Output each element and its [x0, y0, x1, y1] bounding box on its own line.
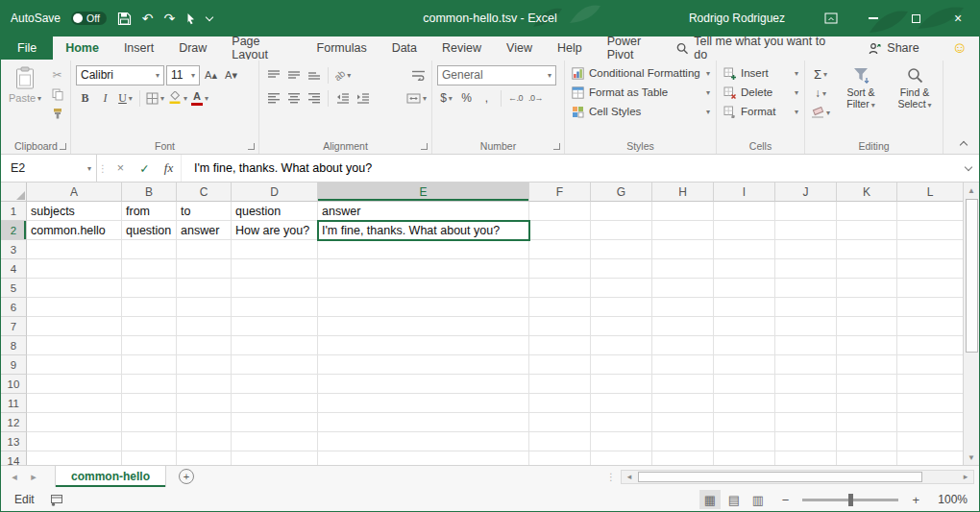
tab-formulas[interactable]: Formulas	[305, 37, 380, 60]
name-box[interactable]: E2 ▾	[1, 155, 97, 182]
cell-B2[interactable]: question	[122, 221, 177, 240]
cell-L10[interactable]	[897, 375, 963, 394]
cell-D6[interactable]	[232, 298, 318, 317]
cell-B3[interactable]	[122, 240, 177, 259]
cell-J6[interactable]	[775, 298, 837, 317]
cell-G1[interactable]	[591, 202, 652, 221]
column-header-E[interactable]: E	[318, 183, 529, 202]
row-header-3[interactable]: 3	[1, 240, 27, 259]
percent-style-button[interactable]: %	[457, 89, 476, 108]
cell-A2[interactable]: common.hello	[27, 221, 122, 240]
cell-C12[interactable]	[177, 413, 232, 432]
cell-I7[interactable]	[714, 317, 775, 336]
cell-J2[interactable]	[775, 221, 837, 240]
cell-G8[interactable]	[591, 336, 652, 355]
next-sheet-button[interactable]: ▸	[24, 466, 43, 487]
cell-E14[interactable]	[318, 451, 529, 465]
cell-L12[interactable]	[897, 413, 963, 432]
row-header-1[interactable]: 1	[1, 202, 27, 221]
conditional-formatting-button[interactable]: Conditional Formatting ▾	[570, 63, 712, 83]
cell-styles-button[interactable]: Cell Styles ▾	[570, 102, 712, 121]
ribbon-display-options-button[interactable]	[810, 0, 852, 37]
record-macro-button[interactable]	[50, 494, 63, 506]
zoom-in-button[interactable]: +	[912, 493, 919, 507]
cell-H8[interactable]	[652, 336, 714, 355]
cell-B4[interactable]	[122, 259, 177, 279]
cell-K1[interactable]	[837, 202, 897, 221]
wrap-text-button[interactable]	[409, 66, 428, 85]
cell-A5[interactable]	[27, 279, 122, 298]
cell-B1[interactable]: from	[122, 202, 177, 221]
cell-K9[interactable]	[837, 355, 897, 375]
cell-K13[interactable]	[837, 432, 897, 451]
cell-J5[interactable]	[775, 279, 837, 298]
cell-L13[interactable]	[897, 432, 963, 451]
cell-K12[interactable]	[837, 413, 897, 432]
vertical-scroll-thumb[interactable]	[966, 199, 978, 353]
cell-E2[interactable]: I'm fine, thanks. What about you?	[318, 221, 529, 240]
column-header-H[interactable]: H	[652, 183, 714, 202]
previous-sheet-button[interactable]: ◂	[5, 466, 24, 487]
cell-A9[interactable]	[27, 355, 122, 375]
copy-button[interactable]	[48, 86, 66, 102]
cell-K11[interactable]	[837, 394, 897, 413]
cell-G2[interactable]	[591, 221, 652, 240]
view-normal-button[interactable]: ▦	[699, 490, 721, 509]
collapse-ribbon-button[interactable]	[957, 137, 970, 149]
cell-C9[interactable]	[177, 355, 232, 375]
cell-G3[interactable]	[591, 240, 652, 259]
cell-I11[interactable]	[714, 394, 775, 413]
cell-E12[interactable]	[318, 413, 529, 432]
cell-D9[interactable]	[232, 355, 318, 375]
cell-E5[interactable]	[318, 279, 529, 298]
cell-F12[interactable]	[529, 413, 591, 432]
cell-D2[interactable]: How are you?	[232, 221, 318, 240]
cell-C10[interactable]	[177, 375, 232, 394]
cell-J3[interactable]	[775, 240, 837, 259]
cell-C1[interactable]: to	[177, 202, 232, 221]
cell-G13[interactable]	[591, 432, 652, 451]
cell-L4[interactable]	[897, 259, 963, 279]
cell-C3[interactable]	[177, 240, 232, 259]
font-name-select[interactable]: Calibri ▾	[76, 65, 164, 85]
cell-D13[interactable]	[232, 432, 318, 451]
fill-color-button[interactable]: ▾	[167, 89, 188, 108]
orientation-button[interactable]: ab▾	[333, 66, 352, 85]
cell-A6[interactable]	[27, 298, 122, 317]
cell-H11[interactable]	[652, 394, 714, 413]
cell-E11[interactable]	[318, 394, 529, 413]
cell-I1[interactable]	[714, 202, 775, 221]
column-header-F[interactable]: F	[529, 183, 591, 202]
cell-L6[interactable]	[897, 298, 963, 317]
column-header-B[interactable]: B	[122, 183, 177, 202]
align-middle-button[interactable]	[284, 66, 303, 85]
cell-L8[interactable]	[897, 336, 963, 355]
cell-J12[interactable]	[775, 413, 837, 432]
row-header-14[interactable]: 14	[1, 451, 27, 465]
cell-I5[interactable]	[714, 279, 775, 298]
cell-B9[interactable]	[122, 355, 177, 375]
cell-D11[interactable]	[232, 394, 318, 413]
cell-D4[interactable]	[232, 259, 318, 279]
redo-button[interactable]: ↷	[164, 12, 176, 25]
tab-page-layout[interactable]: Page Layout	[219, 37, 304, 60]
decrease-decimal-button[interactable]: .0→	[527, 89, 545, 108]
cell-F6[interactable]	[529, 298, 591, 317]
cell-B8[interactable]	[122, 336, 177, 355]
align-bottom-button[interactable]	[305, 66, 323, 85]
cell-C6[interactable]	[177, 298, 232, 317]
cell-K6[interactable]	[837, 298, 897, 317]
tab-view[interactable]: View	[494, 37, 545, 60]
increase-font-button[interactable]: A▴	[202, 66, 220, 85]
cell-K8[interactable]	[837, 336, 897, 355]
cell-H5[interactable]	[652, 279, 714, 298]
tab-review[interactable]: Review	[429, 37, 494, 60]
cell-F9[interactable]	[529, 355, 591, 375]
cell-E6[interactable]	[318, 298, 529, 317]
cell-H9[interactable]	[652, 355, 714, 375]
font-size-select[interactable]: 11 ▾	[166, 65, 200, 85]
cell-L7[interactable]	[897, 317, 963, 336]
cell-A8[interactable]	[27, 336, 122, 355]
cell-F14[interactable]	[529, 451, 591, 465]
align-right-button[interactable]	[305, 89, 323, 108]
